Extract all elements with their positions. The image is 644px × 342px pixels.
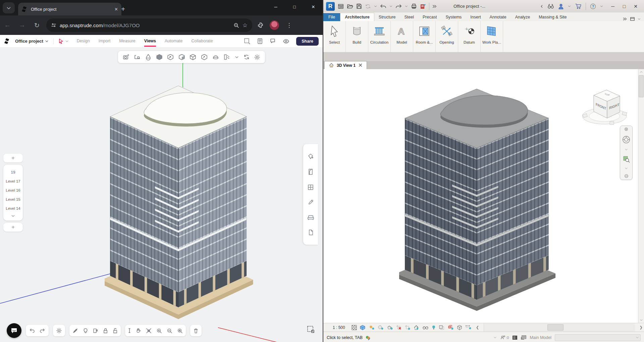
- app-store-cart-icon[interactable]: [575, 3, 582, 9]
- view-cube-iso-icon[interactable]: [167, 54, 174, 60]
- measure-temp-dims-icon[interactable]: [465, 325, 472, 330]
- refresh-icon[interactable]: [244, 54, 250, 60]
- tab-file[interactable]: File: [323, 13, 340, 21]
- chevron-down-icon[interactable]: [600, 5, 603, 8]
- horizontal-scrollbar[interactable]: [484, 323, 635, 332]
- collapse-left-icon[interactable]: [540, 5, 543, 8]
- chrome-menu-icon[interactable]: ⋮: [285, 22, 293, 29]
- chevron-down-icon[interactable]: [389, 5, 392, 8]
- more-tabs-icon[interactable]: [623, 17, 627, 21]
- browser-tab[interactable]: Office project ✕: [18, 3, 121, 15]
- tab-search-button[interactable]: [3, 2, 15, 13]
- active-design-option-icon[interactable]: [521, 335, 526, 340]
- sun-path-icon[interactable]: [369, 325, 375, 330]
- back-icon[interactable]: ←: [0, 21, 15, 29]
- share-button[interactable]: Share: [296, 37, 319, 46]
- tab-steel[interactable]: Steel: [400, 13, 419, 21]
- zoom-out-icon[interactable]: [233, 22, 239, 28]
- chevron-down-icon[interactable]: [638, 17, 641, 20]
- extensions-icon[interactable]: [258, 22, 264, 28]
- navbar-collapse-icon[interactable]: [625, 174, 628, 178]
- visual-style-icon[interactable]: [360, 325, 366, 330]
- ribbon-circulation[interactable]: Circulation: [368, 21, 391, 52]
- revit-logo[interactable]: R: [326, 2, 335, 11]
- save-icon[interactable]: [356, 3, 362, 9]
- menu-collaborate[interactable]: Collaborate: [192, 36, 213, 47]
- search-binoculars-icon[interactable]: [547, 4, 554, 9]
- zoom-in-icon[interactable]: [156, 328, 162, 334]
- bulb-icon[interactable]: [83, 328, 88, 334]
- redo-icon[interactable]: [395, 4, 402, 9]
- temporary-hide-isolate-icon[interactable]: [422, 325, 429, 330]
- add-level-above-button[interactable]: +: [3, 154, 23, 162]
- selection-box-icon[interactable]: [439, 325, 444, 330]
- minimize-icon[interactable]: ─: [266, 4, 285, 9]
- displace-elements-icon[interactable]: [447, 325, 454, 330]
- zoom-extents-icon[interactable]: [177, 328, 183, 334]
- ribbon-datum[interactable]: -1- Datum: [458, 21, 481, 52]
- design-option-dropdown[interactable]: [555, 334, 641, 341]
- level-item[interactable]: Level 15: [3, 195, 23, 204]
- door-icon[interactable]: [308, 168, 314, 175]
- pan-hand-icon[interactable]: [136, 328, 141, 334]
- section-box-icon[interactable]: [134, 54, 141, 60]
- bookmark-star-icon[interactable]: ☆: [243, 22, 248, 29]
- account-person-icon[interactable]: [558, 3, 564, 9]
- ribbon-select[interactable]: Select: [323, 21, 346, 52]
- profile-avatar[interactable]: [270, 20, 279, 30]
- design-option-label[interactable]: Main Model: [530, 335, 551, 340]
- no-draw-icon[interactable]: [72, 328, 78, 334]
- tab-massing-site[interactable]: Massing & Site: [534, 13, 571, 21]
- detail-level-icon[interactable]: [352, 325, 357, 330]
- chevron-down-icon[interactable]: [374, 5, 377, 8]
- ribbon-build[interactable]: Build: [346, 21, 368, 52]
- text-cursor-icon[interactable]: [128, 328, 131, 333]
- snaptrude-canvas[interactable]: + 19 Level 17 Level 16 Level 15 Level 14…: [0, 48, 323, 342]
- dome-view-icon[interactable]: [212, 54, 219, 60]
- render-icon[interactable]: [387, 325, 393, 330]
- reveal-hidden-icon[interactable]: [432, 325, 436, 330]
- customize-qat-icon[interactable]: [432, 4, 437, 8]
- tab-close-icon[interactable]: ✕: [114, 7, 118, 12]
- close-icon[interactable]: ✕: [304, 4, 323, 9]
- view-tab-3d-view-1[interactable]: 3D View 1 ✕: [324, 61, 367, 69]
- close-icon[interactable]: ✕: [630, 4, 641, 9]
- zoom-out-icon[interactable]: [167, 328, 172, 334]
- tab-systems[interactable]: Systems: [441, 13, 466, 21]
- chevron-down-icon[interactable]: [493, 336, 497, 339]
- trash-icon[interactable]: [193, 328, 199, 334]
- scroll-up-icon[interactable]: [640, 70, 643, 73]
- menu-views[interactable]: Views: [144, 36, 156, 47]
- maximize-icon[interactable]: □: [285, 4, 304, 9]
- shadows-icon[interactable]: [378, 325, 384, 330]
- boq-document-icon[interactable]: $: [257, 38, 263, 44]
- help-chat-button[interactable]: [7, 323, 21, 338]
- ribbon-work-plane[interactable]: Work Pla...: [481, 21, 503, 52]
- furniture-sofa-icon[interactable]: [307, 214, 314, 221]
- vertical-scroll-thumb[interactable]: [639, 75, 644, 97]
- unlocked-view-icon[interactable]: [414, 325, 419, 330]
- steering-wheel-icon[interactable]: [622, 135, 631, 144]
- view-settings-gear-icon[interactable]: [254, 54, 260, 60]
- select-tool[interactable]: [58, 39, 69, 44]
- view-cube-shaded-icon[interactable]: [178, 54, 185, 60]
- maximize-icon[interactable]: □: [619, 4, 630, 9]
- ribbon-state-icon[interactable]: [630, 17, 635, 21]
- address-bar[interactable]: app.snaptrude.com/model/AJG7OO ☆: [46, 18, 252, 32]
- ribbon-model[interactable]: A Model: [391, 21, 413, 52]
- level-item[interactable]: Level 16: [3, 186, 23, 195]
- materials-bucket-icon[interactable]: [307, 153, 314, 160]
- redo-icon[interactable]: [40, 328, 46, 333]
- menu-automate[interactable]: Automate: [165, 36, 183, 47]
- ribbon-room-area[interactable]: Room &...: [413, 21, 436, 52]
- tab-precast[interactable]: Precast: [418, 13, 441, 21]
- frame-select-tool[interactable]: [307, 325, 315, 334]
- menu-import[interactable]: Import: [99, 36, 110, 47]
- view-cube-corner-icon[interactable]: [201, 54, 208, 60]
- objects-page-icon[interactable]: [308, 229, 314, 236]
- ribbon-opening[interactable]: Opening: [436, 21, 458, 52]
- revit-viewport[interactable]: FRONT RIGHT TOP: [323, 69, 644, 323]
- scroll-down-icon[interactable]: [640, 319, 643, 322]
- print-icon[interactable]: [411, 3, 417, 9]
- tab-structure[interactable]: Structure: [374, 13, 400, 21]
